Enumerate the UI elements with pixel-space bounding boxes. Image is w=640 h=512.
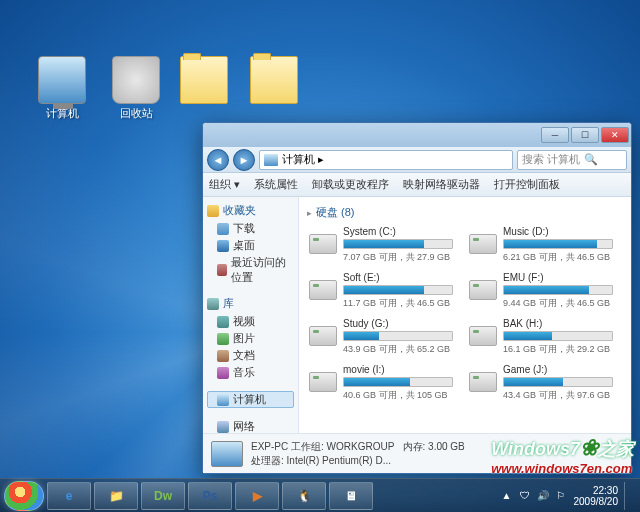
- toolbar-item-2[interactable]: 卸载或更改程序: [312, 177, 389, 192]
- show-desktop-button[interactable]: [624, 482, 632, 510]
- search-placeholder: 搜索 计算机: [522, 152, 580, 167]
- folder-icon: [217, 316, 229, 328]
- address-field[interactable]: 计算机 ▸: [259, 150, 513, 170]
- drive-stat: 40.6 GB 可用，共 105 GB: [343, 389, 453, 402]
- taskbar-item-ie[interactable]: e: [47, 482, 91, 510]
- sidebar-item-lib-1[interactable]: 图片: [207, 330, 294, 347]
- toolbar-item-4[interactable]: 打开控制面板: [494, 177, 560, 192]
- drive-item[interactable]: System (C:)7.07 GB 可用，共 27.9 GB: [307, 224, 455, 266]
- star-icon: [207, 205, 219, 217]
- drive-icon: [309, 280, 337, 300]
- system-tray: ▲🛡🔊⚐ 22:30 2009/8/20: [500, 482, 637, 510]
- drive-icon: [309, 234, 337, 254]
- close-button[interactable]: ✕: [601, 127, 629, 143]
- drive-icon: [469, 372, 497, 392]
- drive-stat: 6.21 GB 可用，共 46.5 GB: [503, 251, 613, 264]
- computer-icon: [217, 394, 229, 406]
- forward-button[interactable]: ►: [233, 149, 255, 171]
- sidebar-favorites-header[interactable]: 收藏夹: [207, 203, 294, 218]
- window-titlebar[interactable]: ─ ☐ ✕: [203, 123, 631, 147]
- drive-stat: 16.1 GB 可用，共 29.2 GB: [503, 343, 613, 356]
- drive-icon: [469, 280, 497, 300]
- folder-icon: [217, 333, 229, 345]
- content-pane: 硬盘 (8) System (C:)7.07 GB 可用，共 27.9 GBMu…: [299, 197, 631, 433]
- drive-name: EMU (F:): [503, 272, 613, 283]
- desktop-icon-folder1[interactable]: [172, 56, 236, 106]
- folder-icon: [217, 264, 227, 276]
- drives-section-header[interactable]: 硬盘 (8): [307, 203, 623, 224]
- sidebar-item-lib-2[interactable]: 文档: [207, 347, 294, 364]
- tray-icon-1[interactable]: 🛡: [518, 489, 532, 503]
- folder-icon: [217, 350, 229, 362]
- library-icon: [207, 298, 219, 310]
- computer-icon: [264, 154, 278, 166]
- status-bar: EXP-PC 工作组: WORKGROUP 内存: 3.00 GB 处理器: I…: [203, 433, 631, 473]
- folder-icon: [217, 367, 229, 379]
- taskbar-item-photoshop[interactable]: Ps: [188, 482, 232, 510]
- drive-item[interactable]: Game (J:)43.4 GB 可用，共 97.6 GB: [467, 362, 615, 404]
- sidebar-item-fav-0[interactable]: 下载: [207, 220, 294, 237]
- photoshop-icon: Ps: [203, 489, 218, 503]
- back-button[interactable]: ◄: [207, 149, 229, 171]
- drive-icon: [309, 372, 337, 392]
- ie-icon: e: [66, 489, 73, 503]
- sidebar-item-lib-0[interactable]: 视频: [207, 313, 294, 330]
- tray-icon-0[interactable]: ▲: [500, 489, 514, 503]
- toolbar-item-1[interactable]: 系统属性: [254, 177, 298, 192]
- drive-item[interactable]: Soft (E:)11.7 GB 可用，共 46.5 GB: [307, 270, 455, 312]
- sidebar-item-fav-2[interactable]: 最近访问的位置: [207, 254, 294, 286]
- taskbar-item-explorer[interactable]: 📁: [94, 482, 138, 510]
- toolbar-item-0[interactable]: 组织 ▾: [209, 177, 240, 192]
- maximize-button[interactable]: ☐: [571, 127, 599, 143]
- drive-capacity-bar: [503, 239, 613, 249]
- drive-item[interactable]: BAK (H:)16.1 GB 可用，共 29.2 GB: [467, 316, 615, 358]
- drive-name: Soft (E:): [343, 272, 453, 283]
- drive-item[interactable]: Music (D:)6.21 GB 可用，共 46.5 GB: [467, 224, 615, 266]
- status-pc-name: EXP-PC 工作组: WORKGROUP: [251, 441, 394, 452]
- folder2-icon: [250, 56, 298, 104]
- search-field[interactable]: 搜索 计算机 🔍: [517, 150, 627, 170]
- taskbar-clock[interactable]: 22:30 2009/8/20: [574, 485, 619, 507]
- computer-icon: [211, 441, 243, 467]
- folder-icon: [217, 240, 229, 252]
- computer-icon: [38, 56, 86, 104]
- drive-name: Music (D:): [503, 226, 613, 237]
- sidebar-item-computer[interactable]: 计算机: [207, 391, 294, 408]
- sidebar: 收藏夹 下载桌面最近访问的位置 库 视频图片文档音乐 计算机 网络: [203, 197, 299, 433]
- toolbar: 组织 ▾系统属性卸载或更改程序映射网络驱动器打开控制面板: [203, 173, 631, 197]
- sidebar-item-lib-3[interactable]: 音乐: [207, 364, 294, 381]
- drive-name: movie (I:): [343, 364, 453, 375]
- sidebar-item-fav-1[interactable]: 桌面: [207, 237, 294, 254]
- network-icon: [217, 421, 229, 433]
- drive-item[interactable]: Study (G:)43.9 GB 可用，共 65.2 GB: [307, 316, 455, 358]
- drive-name: Game (J:): [503, 364, 613, 375]
- drive-item[interactable]: EMU (F:)9.44 GB 可用，共 46.5 GB: [467, 270, 615, 312]
- tray-icon-3[interactable]: ⚐: [554, 489, 568, 503]
- status-mem-label: 内存:: [403, 441, 426, 452]
- taskbar-item-computer-win[interactable]: 🖥: [329, 482, 373, 510]
- status-mem-value: 3.00 GB: [428, 441, 465, 452]
- taskbar-item-dreamweaver[interactable]: Dw: [141, 482, 185, 510]
- desktop-icon-computer[interactable]: 计算机: [30, 56, 94, 121]
- tray-icon-2[interactable]: 🔊: [536, 489, 550, 503]
- sidebar-item-network[interactable]: 网络: [207, 418, 294, 433]
- drive-capacity-bar: [343, 331, 453, 341]
- drive-capacity-bar: [343, 239, 453, 249]
- desktop-icon-recycle-bin[interactable]: 回收站: [104, 56, 168, 121]
- media-icon: ▶: [253, 489, 262, 503]
- taskbar-item-qq[interactable]: 🐧: [282, 482, 326, 510]
- start-button[interactable]: [4, 481, 44, 511]
- sidebar-libraries-header[interactable]: 库: [207, 296, 294, 311]
- drive-capacity-bar: [503, 377, 613, 387]
- drive-stat: 11.7 GB 可用，共 46.5 GB: [343, 297, 453, 310]
- drive-name: Study (G:): [343, 318, 453, 329]
- drive-item[interactable]: movie (I:)40.6 GB 可用，共 105 GB: [307, 362, 455, 404]
- desktop-icon-folder2[interactable]: [242, 56, 306, 106]
- address-text: 计算机 ▸: [282, 152, 324, 167]
- drive-name: System (C:): [343, 226, 453, 237]
- toolbar-item-3[interactable]: 映射网络驱动器: [403, 177, 480, 192]
- taskbar: e📁DwPs▶🐧🖥 ▲🛡🔊⚐ 22:30 2009/8/20: [0, 478, 640, 512]
- taskbar-item-media[interactable]: ▶: [235, 482, 279, 510]
- minimize-button[interactable]: ─: [541, 127, 569, 143]
- drive-stat: 9.44 GB 可用，共 46.5 GB: [503, 297, 613, 310]
